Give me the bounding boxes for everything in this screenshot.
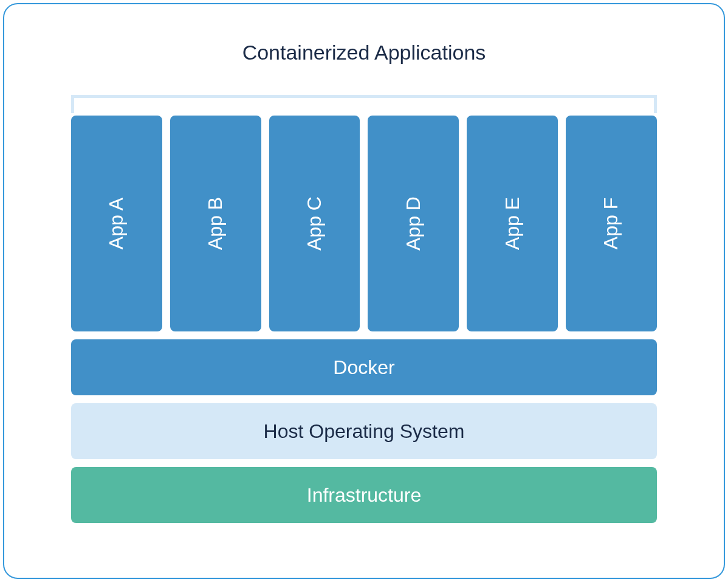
app-box-f: App F — [566, 116, 657, 331]
app-label: App D — [402, 196, 425, 251]
app-box-d: App D — [368, 116, 459, 331]
apps-bracket — [71, 95, 657, 113]
app-label: App C — [303, 196, 326, 251]
layer-docker-label: Docker — [333, 356, 394, 379]
app-box-a: App A — [71, 116, 162, 331]
layer-infra-label: Infrastructure — [307, 484, 422, 507]
app-box-c: App C — [269, 116, 360, 331]
layer-host-os: Host Operating System — [71, 403, 657, 459]
layer-infrastructure: Infrastructure — [71, 467, 657, 523]
diagram-title: Containerized Applications — [71, 41, 657, 64]
app-label: App E — [501, 197, 524, 250]
layer-host-label: Host Operating System — [264, 420, 465, 443]
diagram-container: Containerized Applications App A App B A… — [3, 3, 725, 579]
layer-docker: Docker — [71, 339, 657, 395]
app-box-e: App E — [467, 116, 558, 331]
app-label: App A — [105, 198, 128, 249]
app-box-b: App B — [170, 116, 261, 331]
app-label: App F — [600, 198, 623, 249]
app-label: App B — [204, 197, 227, 250]
apps-row: App A App B App C App D App E App F — [71, 116, 657, 331]
